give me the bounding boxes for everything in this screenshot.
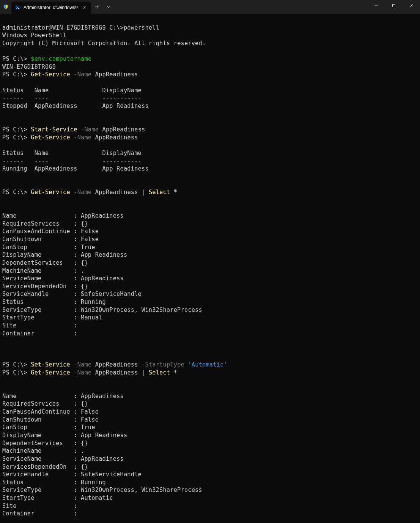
param-name: -Name	[74, 134, 91, 141]
ps-prompt: PS C:\>	[2, 71, 27, 78]
detail-line: Status : Running	[2, 299, 106, 305]
arg: AppReadiness	[95, 71, 138, 78]
detail-line: Site :	[2, 322, 77, 329]
cmd-select: Select	[149, 369, 170, 376]
ps-prompt: PS C:\>	[2, 369, 27, 376]
detail-line: Container :	[2, 330, 77, 337]
detail-line: RequiredServices : {}	[2, 220, 88, 227]
detail-line: CanStop : True	[2, 424, 95, 431]
table-div: ------ ---- -----------	[2, 158, 142, 164]
arg: AppReadiness	[95, 189, 138, 196]
initial-prompt: administrator@WIN-E7GDI8TR0G9 C:\>	[2, 24, 124, 31]
minimize-button[interactable]	[368, 0, 385, 11]
cmd-start-service: Start-Service	[31, 126, 77, 133]
table-div: ------ ---- -----------	[2, 95, 142, 101]
param-name: -Name	[74, 361, 91, 368]
param-startuptype: -StartupType	[142, 361, 184, 368]
arg: AppReadiness	[102, 126, 145, 133]
arg: AppReadiness	[95, 361, 138, 368]
cmd-select: Select	[149, 189, 170, 196]
banner-2: Copyright (C) Microsoft Corporation. All…	[2, 40, 206, 47]
detail-line: Name : AppReadiness	[2, 393, 124, 400]
star: *	[170, 189, 177, 196]
ps-prompt: PS C:\>	[2, 189, 27, 196]
detail-line: Container :	[2, 510, 77, 517]
cmd-set-service: Set-Service	[31, 361, 70, 368]
detail-line: CanStop : True	[2, 244, 95, 251]
detail-line: DependentServices : {}	[2, 259, 88, 266]
arg: AppReadiness	[95, 369, 138, 376]
arg-auto: 'Automatic'	[188, 361, 227, 368]
detail-line: DisplayName : App Readiness	[2, 251, 127, 258]
detail-line: CanShutdown : False	[2, 236, 99, 243]
detail-line: MachineName : .	[2, 267, 84, 274]
titlebar: Administrator: c:\windows\sy	[0, 0, 420, 14]
cmd-get-service: Get-Service	[31, 71, 70, 78]
detail-line: StartType : Automatic	[2, 495, 113, 501]
detail-line: ServicesDependedOn : {}	[2, 283, 88, 290]
star: *	[170, 369, 177, 376]
detail-line: RequiredServices : {}	[2, 400, 88, 407]
maximize-button[interactable]	[385, 0, 403, 11]
tab-dropdown-button[interactable]	[103, 1, 114, 13]
initial-cmd: powershell	[124, 24, 159, 31]
param-name: -Name	[74, 369, 91, 376]
ps-prompt: PS C:\>	[2, 55, 27, 62]
table-header: Status Name DisplayName	[2, 150, 142, 156]
detail-line: MachineName : .	[2, 447, 84, 454]
detail-line: Status : Running	[2, 479, 106, 486]
active-tab[interactable]: Administrator: c:\windows\sy	[11, 2, 91, 14]
ps-prompt: PS C:\>	[2, 361, 27, 368]
banner-1: Windows PowerShell	[2, 32, 66, 39]
cmd-env: $env:computername	[31, 55, 91, 62]
ps-prompt: PS C:\>	[2, 126, 27, 133]
table-row: Running AppReadiness App Readiness	[2, 165, 149, 172]
out-env: WIN-E7GDI8TR0G9	[2, 63, 56, 70]
param-name: -Name	[74, 71, 91, 78]
ps-prompt: PS C:\>	[2, 134, 27, 141]
detail-line: ServiceName : AppReadiness	[2, 275, 124, 282]
detail-line: StartType : Manual	[2, 314, 102, 321]
table-row: Stopped AppReadiness App Readiness	[2, 103, 149, 109]
param-name: -Name	[81, 126, 99, 133]
uac-shield-icon	[0, 0, 11, 14]
close-window-button[interactable]	[403, 0, 420, 11]
param-name: -Name	[74, 189, 91, 196]
detail-line: ServicesDependedOn : {}	[2, 463, 88, 470]
terminal-output[interactable]: administrator@WIN-E7GDI8TR0G9 C:\>powers…	[0, 14, 420, 523]
close-tab-button[interactable]	[81, 5, 87, 11]
svg-rect-1	[393, 5, 395, 7]
detail-line: ServiceHandle : SafeServiceHandle	[2, 291, 142, 297]
cmd-get-service: Get-Service	[31, 189, 70, 196]
detail-line: ServiceName : AppReadiness	[2, 455, 124, 462]
cmd-get-service: Get-Service	[31, 134, 70, 141]
pipe: |	[138, 189, 149, 196]
cmd-get-service: Get-Service	[31, 369, 70, 376]
pipe: |	[138, 369, 149, 376]
new-tab-button[interactable]	[91, 1, 103, 13]
detail-line: ServiceType : Win32OwnProcess, Win32Shar…	[2, 487, 202, 493]
powershell-icon	[15, 5, 20, 10]
detail-line: Name : AppReadiness	[2, 212, 124, 219]
detail-line: DependentServices : {}	[2, 440, 88, 447]
detail-line: Site :	[2, 502, 77, 509]
detail-line: ServiceHandle : SafeServiceHandle	[2, 471, 142, 478]
detail-line: CanShutdown : False	[2, 416, 99, 423]
detail-line: ServiceType : Win32OwnProcess, Win32Shar…	[2, 307, 202, 313]
detail-line: CanPauseAndContinue : False	[2, 228, 99, 235]
tab-title: Administrator: c:\windows\sy	[24, 5, 78, 10]
table-header: Status Name DisplayName	[2, 87, 142, 94]
window-controls	[368, 0, 420, 11]
arg: AppReadiness	[95, 134, 138, 141]
detail-line: CanPauseAndContinue : False	[2, 408, 99, 415]
detail-line: DisplayName : App Readiness	[2, 432, 127, 439]
